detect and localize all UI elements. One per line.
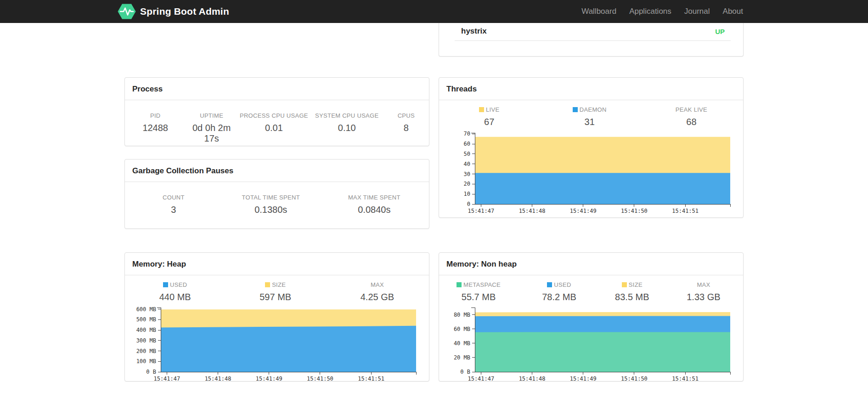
stat-label: SIZE <box>225 281 325 288</box>
svg-text:0 B: 0 B <box>146 369 156 375</box>
svg-text:15:41:47: 15:41:47 <box>153 376 180 382</box>
svg-text:15:41:48: 15:41:48 <box>205 376 231 382</box>
stat-label: MAX <box>664 281 743 288</box>
memory-heap-chart: 0 B100 MB200 MB300 MB400 MB500 MB600 MB1… <box>125 305 429 386</box>
brand[interactable]: Spring Boot Admin <box>118 0 229 23</box>
application-name[interactable]: hystrix <box>461 27 487 36</box>
stat-label: PID <box>125 112 186 119</box>
stat-value: 12488 <box>125 123 186 133</box>
svg-text:15:41:50: 15:41:50 <box>307 376 333 382</box>
nav-links: WallboardApplicationsJournalAbout <box>575 0 743 23</box>
svg-text:15:41:50: 15:41:50 <box>621 208 648 214</box>
process-panel-title: Process <box>125 78 429 100</box>
svg-text:40 MB: 40 MB <box>454 340 470 347</box>
stat-process-cpu-usage: PROCESS CPU USAGE0.01 <box>237 112 310 144</box>
svg-text:60: 60 <box>464 141 470 147</box>
process-panel: Process PID12488UPTIME0d 0h 2m 17sPROCES… <box>124 77 429 146</box>
stat-used: USED78.2 MB <box>518 281 600 302</box>
svg-text:600 MB: 600 MB <box>136 306 156 313</box>
nav-link-about[interactable]: About <box>716 0 743 23</box>
stat-used: USED440 MB <box>125 281 225 302</box>
nav-link-wallboard[interactable]: Wallboard <box>575 0 623 23</box>
memory-heap-panel: Memory: Heap USED440 MBSIZE597 MBMAX4.25… <box>124 252 429 382</box>
stat-value: 0.01 <box>237 123 310 133</box>
stat-value: 0.10 <box>310 123 383 133</box>
svg-text:15:41:47: 15:41:47 <box>468 208 494 214</box>
legend-swatch-icon <box>265 282 270 287</box>
legend-swatch-icon <box>573 107 578 112</box>
memory-nonheap-panel-title: Memory: Non heap <box>439 253 743 275</box>
legend-swatch-icon <box>622 282 627 287</box>
svg-text:500 MB: 500 MB <box>136 316 156 323</box>
stat-value: 0.0840s <box>320 205 429 215</box>
svg-text:15:41:49: 15:41:49 <box>570 376 597 382</box>
svg-text:300 MB: 300 MB <box>136 337 156 344</box>
stat-label: MAX <box>326 281 429 288</box>
stat-live: LIVE67 <box>439 106 539 127</box>
navbar: Spring Boot Admin WallboardApplicationsJ… <box>0 0 868 23</box>
svg-text:15:41:48: 15:41:48 <box>519 376 546 382</box>
stat-value: 78.2 MB <box>518 292 600 302</box>
stat-label: UPTIME <box>186 112 237 119</box>
right-column: hystrix UP Threads LIVE67DAEMON31PEAK LI… <box>439 23 744 382</box>
stat-metaspace: METASPACE55.7 MB <box>439 281 518 302</box>
svg-text:10: 10 <box>464 191 470 197</box>
stat-label: COUNT <box>125 194 222 201</box>
svg-text:0: 0 <box>467 201 470 207</box>
svg-text:15:41:50: 15:41:50 <box>621 376 648 382</box>
stat-label: SIZE <box>600 281 664 288</box>
stat-label: PEAK LIVE <box>640 106 743 113</box>
svg-text:100 MB: 100 MB <box>136 358 156 364</box>
stat-cpus: CPUS8 <box>383 112 429 144</box>
memory-heap-stats: USED440 MBSIZE597 MBMAX4.25 GB <box>125 275 429 302</box>
stat-max: MAX4.25 GB <box>326 281 429 302</box>
process-stats: PID12488UPTIME0d 0h 2m 17sPROCESS CPU US… <box>125 100 429 144</box>
left-column: Process PID12488UPTIME0d 0h 2m 17sPROCES… <box>124 23 429 382</box>
stat-value: 440 MB <box>125 292 225 302</box>
stat-label: TOTAL TIME SPENT <box>222 194 320 201</box>
stat-label: PROCESS CPU USAGE <box>237 112 310 119</box>
stat-value: 0d 0h 2m 17s <box>186 123 237 144</box>
stat-label: USED <box>518 281 600 288</box>
nav-link-applications[interactable]: Applications <box>623 0 678 23</box>
stat-value: 68 <box>640 117 743 127</box>
application-row[interactable]: hystrix UP <box>439 23 743 40</box>
main-content: Process PID12488UPTIME0d 0h 2m 17sPROCES… <box>124 23 744 382</box>
threads-panel: Threads LIVE67DAEMON31PEAK LIVE68 010203… <box>439 77 744 218</box>
svg-text:15:41:49: 15:41:49 <box>256 376 282 382</box>
gc-pauses-panel: Garbage Collection Pauses COUNT3TOTAL TI… <box>124 159 429 229</box>
stat-label: DAEMON <box>539 106 639 113</box>
stat-value: 0.1380s <box>222 205 320 215</box>
memory-nonheap-chart: 0 B20 MB40 MB60 MB80 MB15:41:4715:41:481… <box>439 305 743 386</box>
legend-swatch-icon <box>457 282 462 287</box>
stat-label: MAX TIME SPENT <box>320 194 429 201</box>
stat-uptime: UPTIME0d 0h 2m 17s <box>186 112 237 144</box>
svg-text:30: 30 <box>464 171 470 177</box>
stat-size: SIZE83.5 MB <box>600 281 664 302</box>
svg-text:200 MB: 200 MB <box>136 348 156 354</box>
stat-max-time-spent: MAX TIME SPENT0.0840s <box>320 194 429 215</box>
nav-link-journal[interactable]: Journal <box>678 0 716 23</box>
memory-nonheap-stats: METASPACE55.7 MBUSED78.2 MBSIZE83.5 MBMA… <box>439 275 743 302</box>
stat-label: CPUS <box>383 112 429 119</box>
svg-text:20 MB: 20 MB <box>454 354 470 361</box>
svg-text:80 MB: 80 MB <box>454 312 470 318</box>
svg-text:15:41:48: 15:41:48 <box>519 208 546 214</box>
legend-swatch-icon <box>479 107 484 112</box>
stat-daemon: DAEMON31 <box>539 106 639 127</box>
stat-label: LIVE <box>439 106 539 113</box>
stat-value: 83.5 MB <box>600 292 664 302</box>
svg-text:70: 70 <box>464 131 470 137</box>
stat-value: 597 MB <box>225 292 325 302</box>
threads-chart: 01020304050607015:41:4715:41:4815:41:491… <box>439 130 743 216</box>
legend-swatch-icon <box>547 282 552 287</box>
svg-text:15:41:51: 15:41:51 <box>358 376 384 382</box>
svg-text:60 MB: 60 MB <box>454 326 470 332</box>
memory-nonheap-panel: Memory: Non heap METASPACE55.7 MBUSED78.… <box>439 252 744 382</box>
stat-total-time-spent: TOTAL TIME SPENT0.1380s <box>222 194 320 215</box>
stat-system-cpu-usage: SYSTEM CPU USAGE0.10 <box>310 112 383 144</box>
svg-text:15:41:51: 15:41:51 <box>672 376 699 382</box>
svg-text:50: 50 <box>464 151 470 157</box>
row-divider <box>455 40 731 41</box>
threads-panel-title: Threads <box>439 78 743 100</box>
